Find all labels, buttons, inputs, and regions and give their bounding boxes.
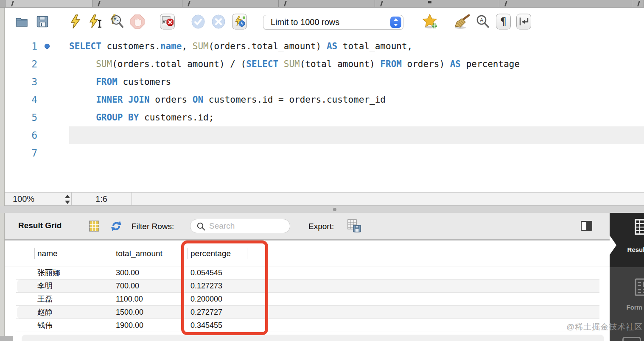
cell[interactable]: 李明: [34, 280, 113, 293]
pilcrow-glyph: ¶: [500, 16, 507, 28]
tab-text-remnant: [428, 1, 431, 3]
code-line[interactable]: [5, 144, 644, 162]
execute-current-icon[interactable]: [89, 14, 103, 29]
cell[interactable]: 0.345455: [188, 319, 247, 332]
code-line[interactable]: SUM(orders.total_amount) / (SELECT SUM(t…: [5, 55, 644, 73]
grid-view-icon[interactable]: [89, 221, 99, 232]
row-selector[interactable]: [5, 280, 34, 293]
editor-tab[interactable]: [6, 0, 92, 7]
code-line[interactable]: GROUP BY customers.id;: [5, 109, 644, 126]
table-row[interactable]: 张丽娜300.000.054545: [5, 266, 610, 280]
save-script-icon[interactable]: [36, 16, 48, 28]
invisibles-icon[interactable]: ¶: [496, 14, 511, 29]
cell[interactable]: 1500.00: [113, 306, 188, 319]
editor-tab[interactable]: [375, 0, 499, 7]
explain-plan-icon[interactable]: [109, 14, 125, 29]
result-grid-toolbar: Result Grid Filter Rows: Export:: [5, 213, 644, 240]
sidebar-tab-result-grid[interactable]: Result Grid: [610, 213, 644, 267]
zoom-stepper-icon[interactable]: [63, 194, 72, 204]
wrap-text-icon[interactable]: [516, 14, 531, 29]
execute-icon[interactable]: [69, 14, 82, 29]
sql-editor[interactable]: 1234567 SELECT customers.name, SUM(order…: [5, 35, 644, 192]
cell[interactable]: 钱伟: [34, 319, 113, 332]
cell-blank[interactable]: [247, 280, 267, 293]
table-row[interactable]: 钱伟1900.000.345455: [5, 319, 610, 332]
code-token: customers.id = orders.customer_id: [203, 95, 386, 105]
code-line[interactable]: FROM customers: [5, 73, 644, 91]
cell-blank[interactable]: [247, 319, 267, 332]
rollback-icon[interactable]: [212, 14, 225, 29]
zoom-level: 100%: [13, 194, 34, 204]
stop-on-error-icon[interactable]: [160, 14, 175, 29]
active-panel-notch-icon: [610, 235, 616, 255]
editor-tab[interactable]: [499, 0, 632, 7]
row-selector[interactable]: [5, 293, 34, 306]
table-row[interactable]: 赵静1500.000.272727: [5, 306, 610, 319]
cell[interactable]: 赵静: [34, 306, 113, 319]
code-line[interactable]: INNER JOIN orders ON customers.id = orde…: [5, 91, 644, 109]
editor-tab[interactable]: [279, 0, 375, 7]
column-header-blank[interactable]: [5, 240, 34, 266]
editor-tab[interactable]: [182, 0, 279, 7]
cell[interactable]: 0.272727: [188, 306, 247, 319]
search-box[interactable]: [190, 219, 290, 233]
pane-splitter[interactable]: [0, 206, 644, 213]
code-token: SELECT: [246, 59, 278, 69]
stop-icon[interactable]: [130, 14, 145, 29]
empty-row[interactable]: [22, 335, 604, 341]
field-types-icon[interactable]: [622, 337, 641, 341]
code-token: customers.: [101, 41, 160, 51]
table-row[interactable]: 王磊1100.000.200000: [5, 293, 610, 306]
open-script-icon[interactable]: [15, 16, 28, 27]
cell[interactable]: 0.127273: [188, 280, 247, 293]
cell-blank[interactable]: [247, 266, 267, 280]
cell[interactable]: 1100.00: [113, 293, 188, 306]
code-area[interactable]: SELECT customers.name, SUM(orders.total_…: [5, 37, 644, 162]
dropdown-stepper-icon[interactable]: [390, 17, 401, 28]
code-token: [69, 77, 96, 87]
autocommit-icon[interactable]: [232, 14, 247, 29]
limit-rows-dropdown[interactable]: Limit to 1000 rows: [263, 15, 403, 30]
svg-text:A: A: [480, 17, 484, 23]
cell-blank[interactable]: [247, 306, 267, 319]
cell[interactable]: 王磊: [34, 293, 113, 306]
column-header-name[interactable]: name: [34, 240, 113, 266]
cell[interactable]: 0.054545: [188, 266, 247, 280]
sidebar-label-result-grid: Result Grid: [619, 246, 644, 253]
watermark-text: @稀土掘金技术社区: [566, 321, 643, 333]
cell[interactable]: 1900.00: [113, 319, 188, 332]
cell-blank[interactable]: [247, 293, 267, 306]
cell[interactable]: 700.00: [113, 280, 188, 293]
window-left-edge: [0, 8, 5, 341]
code-token: AS: [327, 41, 337, 51]
code-token: [69, 95, 96, 105]
column-header-total_amount[interactable]: total_amount: [113, 240, 188, 266]
code-token: customers.id;: [139, 112, 214, 123]
row-selector[interactable]: [5, 266, 34, 280]
code-line[interactable]: SELECT customers.name, SUM(orders.total_…: [5, 37, 644, 55]
code-line[interactable]: [5, 126, 644, 144]
export-recordset-icon[interactable]: [347, 219, 362, 233]
find-icon[interactable]: A: [476, 14, 490, 29]
splitter-handle-icon[interactable]: [333, 208, 336, 211]
collapse-sidebar-icon[interactable]: [581, 221, 592, 231]
cell[interactable]: 300.00: [113, 266, 188, 280]
result-grid-table: nametotal_amountpercentage 张丽娜300.000.05…: [5, 240, 610, 341]
sql-editor-toolbar: Limit to 1000 rows A ¶: [5, 8, 644, 35]
cell[interactable]: 张丽娜: [34, 266, 113, 280]
search-input[interactable]: [209, 220, 286, 232]
commit-icon[interactable]: [191, 14, 205, 29]
editor-tab[interactable]: [632, 0, 644, 7]
refresh-icon[interactable]: [110, 220, 123, 232]
column-header-blank[interactable]: [247, 240, 267, 266]
save-snippet-icon[interactable]: [423, 14, 439, 29]
row-selector[interactable]: [5, 306, 34, 319]
beautify-icon[interactable]: [454, 14, 470, 29]
editor-tab[interactable]: [92, 0, 182, 7]
grid-header-row: nametotal_amountpercentage: [5, 240, 610, 266]
cell[interactable]: 0.200000: [188, 293, 247, 306]
filter-rows-label: Filter Rows:: [132, 222, 174, 231]
row-selector[interactable]: [5, 319, 34, 332]
column-header-percentage[interactable]: percentage: [188, 240, 247, 266]
table-row[interactable]: 李明700.000.127273: [5, 280, 610, 293]
